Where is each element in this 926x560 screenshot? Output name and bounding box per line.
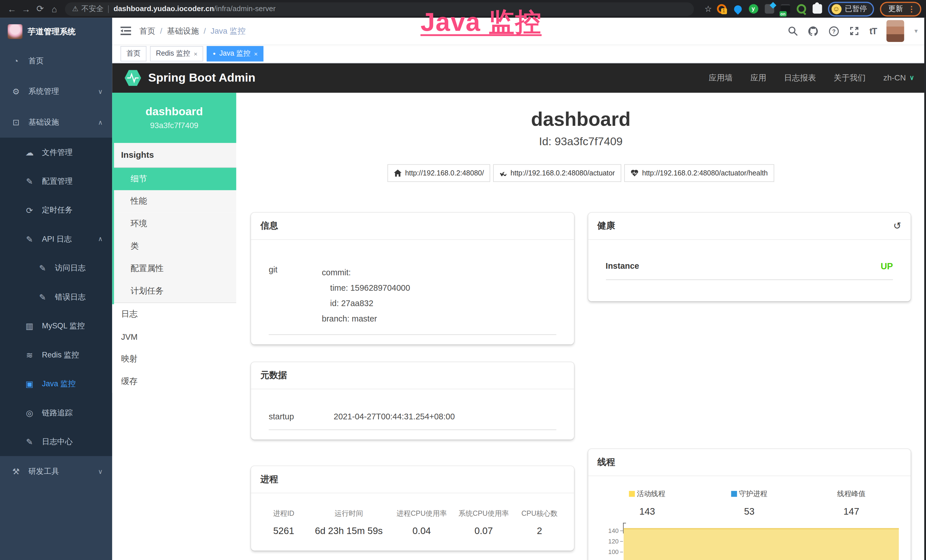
sba-nav-wallboard[interactable]: 应用墙	[709, 73, 732, 83]
close-icon[interactable]: ×	[254, 50, 257, 57]
sidebar-section-insights[interactable]: Insights	[112, 143, 236, 168]
sba-item-logs[interactable]: 日志	[112, 303, 236, 325]
sidebar-item-label: MySQL 监控	[42, 320, 85, 331]
page-instance-id: Id: 93a3fc7f7409	[251, 135, 911, 148]
app-logo-row[interactable]: 芋道管理系统	[0, 18, 112, 45]
sba-item-metrics[interactable]: 性能	[112, 190, 236, 213]
locale-value: zh-CN	[883, 74, 906, 82]
sidebar-item-dev-tools[interactable]: ⚒ 研发工具 ∨	[0, 456, 112, 487]
home-icon[interactable]: ⌂	[47, 4, 62, 14]
history-icon[interactable]: ↺	[893, 220, 901, 232]
extension-badge: 1	[721, 8, 727, 14]
sidebar-item-infra[interactable]: ⊡ 基础设施 ∧	[0, 107, 112, 138]
url-path: /infra/admin-server	[214, 5, 276, 13]
sidebar-item-mysql-monitor[interactable]: ▥ MySQL 监控	[0, 311, 112, 340]
process-col-header: 系统CPU使用率	[452, 505, 514, 525]
not-secure-label[interactable]: 不安全	[81, 4, 103, 14]
sidebar-item-redis-monitor[interactable]: ≋ Redis 监控	[0, 341, 112, 369]
service-url-link[interactable]: http://192.168.0.2:48080/	[387, 164, 490, 182]
sidebar-item-access-log[interactable]: ✎ 访问日志	[0, 253, 112, 282]
sidebar-item-label: 文件管理	[42, 147, 73, 157]
sidebar-item-file-manage[interactable]: ☁ 文件管理	[0, 138, 112, 166]
breadcrumb: 首页 / 基础设施 / Java 监控	[139, 26, 245, 36]
sidebar-item-api-log[interactable]: ✎ API 日志 ∧	[0, 224, 112, 253]
extensions-puzzle-icon[interactable]	[812, 4, 822, 14]
sba-item-scheduled-tasks[interactable]: 计划任务	[112, 280, 236, 303]
sba-brand[interactable]: Spring Boot Admin	[124, 69, 256, 87]
breadcrumb-separator: /	[160, 27, 162, 35]
tab-label: Redis 监控	[156, 48, 190, 59]
help-icon[interactable]: ?	[829, 26, 839, 36]
reload-icon[interactable]: ⟳	[33, 3, 47, 14]
sba-nav-about[interactable]: 关于我们	[834, 73, 865, 83]
tab-java-monitor[interactable]: ● Java 监控 ×	[207, 46, 264, 61]
font-size-icon[interactable]: tT	[870, 26, 877, 36]
metadata-key: startup	[269, 412, 334, 421]
briefcase-icon: ⚒	[11, 467, 21, 476]
extension-pin-icon[interactable]	[732, 4, 742, 14]
sidebar-item-java-monitor[interactable]: ▣ Java 监控	[0, 369, 112, 398]
legend-label: 线程峰值	[837, 489, 865, 499]
screen: ← → ⟳ ⌂ ⚠ 不安全 dashboard.yudao.iocoder.cn…	[0, 0, 926, 560]
sba-nav-applications[interactable]: 应用	[750, 73, 766, 83]
avatar[interactable]	[887, 20, 904, 42]
tab-redis-monitor[interactable]: Redis 监控 ×	[150, 46, 203, 61]
breadcrumb-current: Java 监控	[210, 26, 245, 36]
avatar-caret-icon[interactable]: ▾	[915, 27, 918, 35]
sba-nav-journal[interactable]: 日志报表	[784, 73, 816, 83]
info-card: 信息 git commit: time: 1596289704000 id: 2…	[251, 212, 574, 344]
address-bar[interactable]: ⚠ 不安全 dashboard.yudao.iocoder.cn /infra/…	[65, 2, 694, 16]
browser-menu-icon[interactable]: ⋮	[908, 5, 915, 14]
forward-icon[interactable]: →	[19, 4, 33, 14]
log-edit-icon: ✎	[25, 234, 34, 244]
url-host: dashboard.yudao.iocoder.cn	[113, 5, 214, 13]
extension-switch-icon[interactable]: on	[781, 4, 790, 14]
close-icon[interactable]: ×	[194, 50, 197, 57]
breadcrumb-home[interactable]: 首页	[139, 26, 156, 36]
profile-paused-badge[interactable]: ☺ 已暂停	[828, 2, 874, 16]
git-commit-line: commit:	[322, 265, 556, 280]
wrench-icon	[500, 170, 507, 177]
sba-item-caches[interactable]: 缓存	[112, 370, 236, 393]
actuator-url-link[interactable]: http://192.168.0.2:48080/actuator	[493, 164, 622, 182]
back-icon[interactable]: ←	[5, 4, 19, 14]
bookmark-star-icon[interactable]: ☆	[704, 4, 712, 14]
tab-home[interactable]: 首页	[120, 46, 146, 61]
sba-item-details[interactable]: 细节	[112, 168, 236, 190]
github-icon[interactable]	[808, 26, 819, 36]
sidebar-item-home[interactable]: ◔ 首页	[0, 45, 112, 76]
extension-seo-icon[interactable]	[796, 4, 806, 14]
sidebar-item-system[interactable]: ⚙ 系统管理 ∨	[0, 76, 112, 107]
sidebar-item-error-log[interactable]: ✎ 错误日志	[0, 282, 112, 311]
sba-item-environment[interactable]: 环境	[112, 212, 236, 235]
extension-colorzilla-icon[interactable]: 1	[717, 4, 726, 14]
breadcrumb-infra[interactable]: 基础设施	[167, 26, 199, 36]
heartbeat-icon	[631, 170, 639, 177]
sba-item-config-props[interactable]: 配置属性	[112, 257, 236, 280]
chevron-up-icon: ∧	[98, 118, 103, 126]
search-icon[interactable]	[788, 26, 798, 36]
extension-y-icon[interactable]: y	[749, 4, 758, 14]
fullscreen-icon[interactable]	[849, 26, 859, 36]
sba-item-classes[interactable]: 类	[112, 235, 236, 257]
sidebar-item-log-center[interactable]: ✎ 日志中心	[0, 427, 112, 456]
chrome-update-button[interactable]: 更新 ⋮	[880, 2, 921, 16]
instance-header[interactable]: dashboard 93a3fc7f7409	[112, 93, 236, 143]
sidebar-item-label: 研发工具	[28, 466, 59, 477]
sidebar-item-config-manage[interactable]: ✎ 配置管理	[0, 166, 112, 195]
sba-item-mappings[interactable]: 映射	[112, 348, 236, 371]
extension-grid-icon[interactable]	[764, 4, 774, 14]
paused-label: 已暂停	[845, 4, 867, 14]
threads-card: 线程 活动线程 143	[588, 449, 911, 560]
sidebar-item-scheduled-jobs[interactable]: ⟳ 定时任务	[0, 195, 112, 224]
app-title: 芋道管理系统	[28, 26, 76, 37]
health-url-link[interactable]: http://192.168.0.2:48080/actuator/health	[624, 164, 774, 182]
timer-icon: ⟳	[25, 206, 34, 215]
sidebar-item-label: 首页	[28, 56, 44, 66]
sidebar-collapse-icon[interactable]	[120, 27, 131, 35]
sba-item-jvm[interactable]: JVM	[112, 325, 236, 348]
threads-chart-yaxis: 140 120 100	[600, 525, 623, 560]
chevron-down-icon: ∨	[98, 88, 103, 95]
locale-select[interactable]: zh-CN ∨	[883, 74, 914, 82]
sidebar-item-trace[interactable]: ◎ 链路追踪	[0, 398, 112, 427]
